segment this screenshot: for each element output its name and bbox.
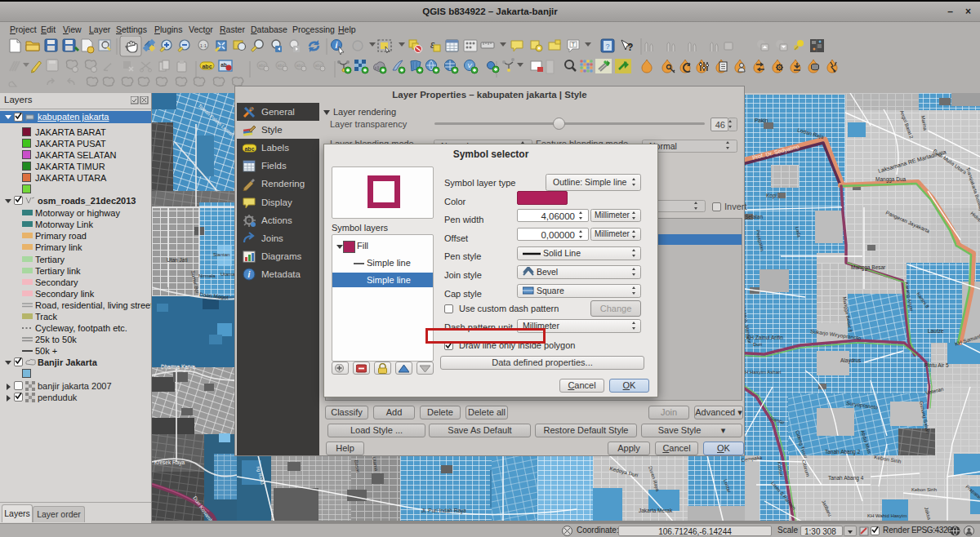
svg-text:?: ? bbox=[627, 42, 633, 53]
svg-text:Dharma Karya: Dharma Karya bbox=[161, 364, 195, 371]
svg-text:Alaydrus: Alaydrus bbox=[840, 357, 862, 364]
svg-text:Kebon Sirih: Kebon Sirih bbox=[911, 487, 937, 492]
svg-text:i: i bbox=[248, 270, 251, 279]
svg-text:Tanah Abang 2: Tanah Abang 2 bbox=[825, 449, 861, 455]
svg-text:Jakarta Merak: Jakarta Merak bbox=[639, 508, 673, 513]
svg-text:Tanah Abang 4: Tanah Abang 4 bbox=[828, 475, 864, 482]
svg-text:Kopi: Kopi bbox=[766, 193, 777, 199]
svg-text:i: i bbox=[336, 41, 338, 50]
svg-text:Selatan: Selatan bbox=[745, 214, 763, 220]
svg-text:Nirmala: Nirmala bbox=[198, 273, 216, 278]
svg-text:?: ? bbox=[605, 42, 609, 51]
svg-text:abc: abc bbox=[244, 146, 254, 152]
svg-text:Kresek Raya: Kresek Raya bbox=[154, 459, 185, 466]
svg-text:Utama: Utama bbox=[220, 272, 235, 277]
svg-text:KH Wahid Hasyim: KH Wahid Hasyim bbox=[867, 513, 906, 518]
svg-text:abc: abc bbox=[202, 64, 212, 69]
svg-text:Mangga Dua: Mangga Dua bbox=[875, 176, 906, 183]
svg-text:Pintu Air 5: Pintu Air 5 bbox=[924, 362, 949, 368]
svg-text:1:1: 1:1 bbox=[200, 43, 207, 48]
svg-text:Jl. Puri Indah Raya: Jl. Puri Indah Raya bbox=[421, 508, 466, 514]
svg-text:Mangga Besar: Mangga Besar bbox=[851, 264, 886, 271]
svg-text:Lautze: Lautze bbox=[928, 328, 944, 334]
svg-text:KH Hasyim Ashari: KH Hasyim Ashari bbox=[742, 370, 781, 375]
svg-text:T: T bbox=[572, 42, 576, 47]
svg-text:Siantan: Siantan bbox=[213, 252, 229, 257]
svg-text:Utan Jati: Utan Jati bbox=[167, 257, 188, 263]
svg-text:Duri: Duri bbox=[753, 342, 762, 347]
svg-text:Pakin: Pakin bbox=[755, 118, 768, 123]
